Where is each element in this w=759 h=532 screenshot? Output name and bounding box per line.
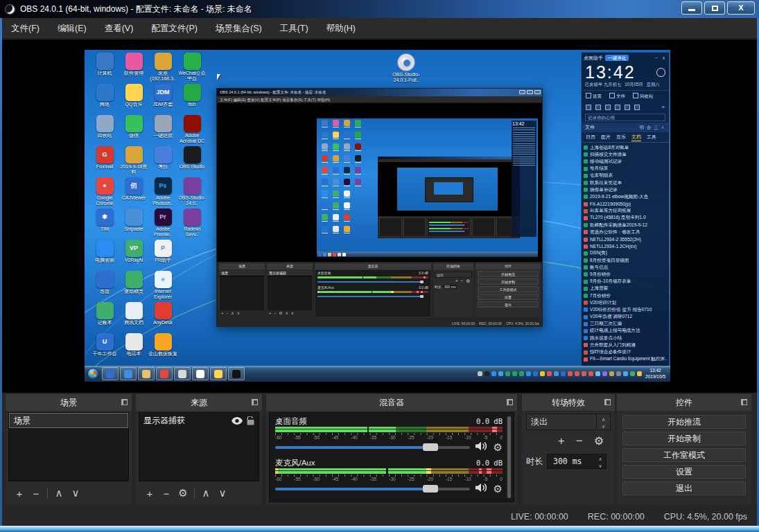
mixer-channel: 桌面音频0.0 dB-60-55-50-45-40-35-30-25-20-15… — [275, 416, 503, 453]
sources-dock-titlebar[interactable]: 来源 — [136, 394, 262, 411]
channel-gear-icon[interactable]: ⚙ — [494, 443, 503, 452]
widget-file-item: 上海货架 — [584, 285, 667, 292]
taskbar-clock: 13:42 2019/10/5 — [645, 368, 665, 380]
remove-transition-button[interactable]: − — [576, 434, 583, 448]
desktop-icon-label: 记账本 — [98, 320, 112, 326]
transition-properties-gear-icon[interactable]: ⚙ — [594, 436, 604, 446]
menu-item[interactable]: 场景集合(S) — [207, 18, 271, 39]
tick-label: -15 — [446, 477, 452, 482]
start-streaming-button[interactable]: 开始推流 — [622, 415, 746, 429]
mini-icon-label — [333, 209, 339, 210]
toolbar-icon-∨[interactable]: ∨ — [214, 487, 231, 499]
icon-letter: 仞 — [131, 183, 137, 189]
desktop-icon: AnyDesk — [148, 302, 177, 333]
combo-arrows-icon[interactable]: ∧∨ — [596, 414, 610, 429]
taskbar-app-icon — [178, 370, 186, 378]
titlebar[interactable]: OBS 24.0.1 (64-bit, windows) - 配置文件: 未命名… — [0, 0, 759, 18]
mini-widget-line — [513, 130, 535, 130]
mini-icon-label — [344, 186, 350, 186]
file-name: TL270 (45816) 昆明卡列1.0 — [590, 215, 646, 221]
mini-desktop-icon — [352, 179, 363, 190]
sources-list[interactable]: 显示器捕获 — [139, 412, 259, 481]
dock-float-icon[interactable] — [741, 399, 747, 405]
inner-desktop: 13:42 — [317, 118, 538, 257]
menu-item[interactable]: 编辑(E) — [49, 18, 96, 39]
mute-speaker-icon[interactable] — [476, 483, 488, 495]
dock-float-icon[interactable] — [604, 399, 611, 405]
toolbar-icon-∧[interactable]: ∧ — [51, 487, 67, 499]
start-recording-button[interactable]: 开始录制 — [622, 432, 746, 445]
widget-tab: 工具 — [647, 134, 656, 141]
menu-item[interactable]: 帮助(H) — [317, 18, 365, 39]
desktop-icon-image: 仞 — [125, 177, 143, 195]
transition-select[interactable]: 淡出 ∧∨ — [526, 414, 611, 430]
toolbar-icon-⚙[interactable]: ⚙ — [175, 487, 191, 499]
inner-docks: 场景 场景 + − ∧ ∨ 来源 显示器捕获 + − ⚙ ∧ ∨ 混音器 桌面音… — [217, 262, 542, 319]
controls-dock-titlebar[interactable]: 控件 — [617, 394, 751, 411]
mini-icon-label — [333, 174, 339, 175]
widget-file-item: DSN(类) — [584, 250, 667, 257]
desktop-icon-image — [184, 146, 201, 163]
exit-button[interactable]: 退出 — [622, 481, 746, 495]
mini-desktop-icon — [352, 132, 363, 143]
desktop-icon-label: Google Chrome — [90, 195, 119, 206]
desktop-icon: fish — [177, 84, 207, 115]
toolbar-icon-−[interactable]: − — [28, 488, 44, 499]
menu-item[interactable]: 工具(T) — [271, 18, 317, 39]
maximize-button[interactable] — [704, 1, 725, 15]
dock-float-icon[interactable] — [507, 399, 513, 405]
channel-db-value: 0.0 dB — [476, 457, 503, 468]
volume-slider[interactable] — [275, 488, 470, 490]
desktop-icon: GFoxmail — [90, 146, 119, 177]
toolbar-icon-−[interactable]: − — [158, 488, 175, 499]
source-list-item[interactable]: 显示器捕获 — [139, 413, 259, 428]
mini-icon-dot — [344, 190, 350, 197]
slider-handle[interactable] — [423, 443, 438, 451]
desktop-icon: 微信 — [119, 115, 148, 146]
spin-arrows-icon[interactable]: ∧∨ — [595, 454, 606, 468]
close-button[interactable]: X — [727, 1, 755, 15]
slider-handle[interactable] — [423, 485, 438, 493]
menu-item[interactable]: 查看(V) — [96, 18, 143, 39]
duration-spinbox[interactable]: 300 ms ∧∨ — [547, 454, 607, 469]
menu-item[interactable]: 文件(F) — [2, 18, 49, 39]
mixer-scrollbar[interactable] — [507, 416, 512, 499]
mute-speaker-icon[interactable] — [476, 441, 488, 454]
scenes-list[interactable]: 场景 — [8, 412, 129, 481]
toolbar-icon-∧[interactable]: ∧ — [198, 487, 214, 499]
settings-button[interactable]: 设置 — [622, 465, 746, 479]
taskbar-app-icon — [124, 370, 132, 378]
unlock-icon[interactable] — [247, 416, 254, 425]
dock-float-icon[interactable] — [121, 399, 128, 405]
transitions-dock-titlebar[interactable]: 转场特效 — [522, 394, 615, 411]
file-type-icon — [584, 301, 588, 305]
toolbar-icon-∨[interactable]: ∨ — [67, 487, 84, 499]
dock-float-icon[interactable] — [252, 399, 258, 405]
volume-slider[interactable] — [275, 446, 470, 449]
file-type-icon — [584, 336, 588, 340]
mini-taskbar-icon — [338, 253, 341, 256]
mini-icon-label — [333, 127, 339, 127]
studio-mode-button[interactable]: 工作室模式 — [622, 448, 746, 462]
menu-item[interactable]: 配置文件(P) — [142, 18, 207, 39]
scenes-dock-titlebar[interactable]: 场景 — [6, 394, 132, 411]
live-time: LIVE: 00:00:00 — [511, 512, 568, 522]
mini-icon-label — [344, 174, 350, 175]
preview-area[interactable]: 计算机网络回收站GFoxmail●Google Chrome✱TIM电脑管家迅雷… — [2, 39, 757, 393]
mouse-cursor — [217, 74, 220, 80]
desktop-icon: 发呈(192.168.3.. — [148, 53, 177, 84]
add-transition-button[interactable]: + — [558, 434, 565, 448]
toolbar-icon-+[interactable]: + — [141, 488, 158, 499]
toolbar-icon-+[interactable]: + — [11, 488, 28, 499]
visibility-eye-icon[interactable] — [232, 417, 243, 425]
mini-icon-label — [355, 186, 361, 186]
minimize-button[interactable] — [681, 1, 702, 15]
desktop-icon: U千牛工作台 — [90, 333, 119, 364]
channel-gear-icon[interactable]: ⚙ — [494, 484, 503, 494]
widget-badge: 一键净化 — [605, 55, 629, 61]
desktop-icon-image — [125, 209, 143, 226]
scene-list-item[interactable]: 场景 — [9, 413, 128, 428]
desktop-icon-image — [125, 115, 143, 132]
taskbar-app-button — [228, 367, 245, 380]
mixer-dock-titlebar[interactable]: 混音器 — [266, 394, 517, 411]
